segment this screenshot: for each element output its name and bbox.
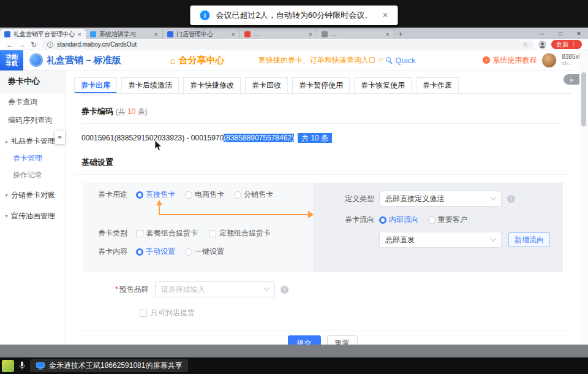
browser-profile-icon[interactable] (538, 40, 546, 48)
radio-icon (185, 191, 192, 199)
toast-close-icon[interactable]: × (382, 10, 388, 21)
define-type-select[interactable]: 总部直接定义激活 (379, 191, 502, 207)
sidebar-item-card-management[interactable]: 券卡管理 (0, 150, 65, 167)
tab-card-suspend[interactable]: 券卡暂停使用 (292, 77, 350, 93)
tab-title: 系统培训学习 (99, 30, 151, 39)
sidebar-group-label: 宣传油画管理 (11, 211, 55, 221)
quick-search-link[interactable]: Quick (386, 56, 415, 65)
browser-tab[interactable]: 系统培训学习 × (86, 29, 163, 39)
presale-brand-select[interactable]: 请选择或输入 (155, 281, 275, 297)
reload-button[interactable]: ↻ (31, 41, 37, 48)
radio-internal-flow[interactable]: 内部流向 (379, 215, 418, 225)
minimize-button[interactable]: ─ (533, 28, 551, 39)
tab-card-activate[interactable]: 券卡后续激活 (121, 77, 179, 93)
tab-card-quick-edit[interactable]: 券卡快捷修改 (183, 77, 241, 93)
new-tab-button[interactable]: + (394, 29, 407, 39)
chevron-down-icon (491, 194, 497, 200)
info-icon: i (200, 10, 209, 20)
tab-close-icon[interactable]: × (78, 31, 81, 38)
back-button[interactable]: ← (6, 41, 13, 48)
sidebar-collapse-handle[interactable]: ≡ (55, 131, 65, 144)
site-info-icon[interactable]: i (47, 42, 53, 48)
mouse-cursor (154, 140, 162, 151)
tab-card-recycle[interactable]: 券卡回收 (245, 77, 288, 93)
add-flow-button[interactable]: 新增流向 (508, 232, 550, 247)
tab-favicon (4, 31, 10, 37)
checkbox-fixed-combo-card[interactable]: 定额组合提货卡 (209, 228, 271, 239)
define-type-label: 定义类型 (345, 194, 374, 204)
presale-brand-label: 预售品牌 (119, 284, 149, 295)
radio-label: 分销售卡 (244, 189, 273, 200)
divider (74, 174, 571, 175)
radio-one-click-setup[interactable]: 一键设置 (185, 246, 224, 257)
tab-title: … (331, 31, 383, 37)
search-icon (386, 57, 393, 64)
chrome-update-button[interactable]: 更新 ⋮ (551, 40, 582, 49)
radio-icon (379, 216, 386, 224)
tab-close-icon[interactable]: × (154, 31, 158, 38)
radio-label: 电商售卡 (195, 189, 224, 200)
checkbox-icon (136, 230, 143, 237)
panel-collapse-button[interactable]: » (564, 74, 579, 85)
tab-card-restore[interactable]: 券卡恢复使用 (354, 77, 412, 93)
tab-close-icon[interactable]: × (232, 31, 235, 38)
microphone-icon[interactable] (19, 361, 25, 370)
sidebar-item-operation-log[interactable]: 操作记录 (0, 167, 65, 183)
divider (74, 330, 571, 330)
function-nav-button[interactable]: 功能 导航 (0, 50, 23, 71)
tab-close-icon[interactable]: × (386, 31, 390, 38)
brand: 礼盒营销 – 标准版 (29, 53, 121, 67)
window-controls: ─ □ ✕ (533, 28, 588, 39)
scrollbar-thumb[interactable] (581, 72, 586, 126)
browser-tab[interactable]: 门店管理中心 × (163, 29, 240, 39)
info-icon[interactable]: i (507, 195, 515, 203)
forward-button[interactable]: → (18, 41, 26, 48)
radio-direct-sale[interactable]: 直接售卡 (136, 189, 175, 200)
browser-menu-icon[interactable]: ⋮ (571, 41, 577, 48)
radio-distribution-sale[interactable]: 分销售卡 (234, 189, 273, 200)
brand-name: 礼盒营销 – 标准版 (47, 55, 121, 66)
url-bar[interactable]: i standard.maboy.cn/CardsOut ☆ (42, 40, 533, 49)
brand-logo-icon (29, 53, 43, 67)
sidebar-item-code-sequence-query[interactable]: 编码序列查询 (0, 111, 65, 129)
browser-tab-active[interactable]: 礼盒营销平台管理中心 × (0, 29, 86, 39)
main-content: » 券卡出库 券卡后续激活 券卡快捷修改 券卡回收 券卡暂停使用 券卡恢复使用 … (66, 71, 579, 345)
browser-tab[interactable]: … × (317, 29, 394, 39)
tab-close-icon[interactable]: × (309, 31, 312, 38)
maximize-button[interactable]: □ (551, 28, 570, 39)
flow-label: 券卡流向 (345, 215, 374, 225)
chevron-down-icon (491, 235, 497, 241)
quick-label: Quick (395, 56, 415, 65)
card-action-tabs: 券卡出库 券卡后续激活 券卡快捷修改 券卡回收 券卡暂停使用 券卡恢复使用 券卡… (74, 77, 571, 94)
tab-card-void[interactable]: 券卡作废 (416, 77, 459, 93)
checkbox-label: 定额组合提货卡 (219, 228, 271, 239)
tab-favicon (244, 31, 251, 37)
share-center-link[interactable]: ⌂ 合分享中心 (170, 55, 225, 66)
checkbox-combo-pickup-card[interactable]: 套餐组合提货卡 (136, 228, 198, 239)
browser-tab[interactable]: … × (240, 29, 317, 39)
user-avatar[interactable] (541, 53, 557, 68)
radio-manual-setup[interactable]: 手动设置 (136, 246, 175, 257)
radio-label: 内部流向 (389, 215, 418, 225)
browser-tab-strip: 礼盒营销平台管理中心 × 系统培训学习 × 门店管理中心 × … × … × +… (0, 28, 588, 39)
radio-important-customer[interactable]: 重要客户 (428, 215, 467, 225)
sidebar-item-card-query[interactable]: 券卡查询 (0, 93, 65, 111)
sidebar-group-promo-material[interactable]: ▼ 宣传油画管理 (0, 207, 65, 225)
radio-icon (136, 191, 143, 199)
info-icon[interactable]: i (281, 286, 288, 294)
radio-icon (185, 248, 192, 256)
page-bottom-gutter (0, 345, 588, 357)
checkbox-icon[interactable] (140, 310, 147, 317)
sidebar-group-distribution-reconcile[interactable]: ▼ 分销券卡对账 (0, 186, 65, 204)
sidebar-title: 券卡中心 (0, 71, 65, 93)
close-window-button[interactable]: ✕ (570, 28, 588, 39)
bookmark-star-icon[interactable]: ☆ (522, 41, 528, 48)
promo-text: 更快捷的券卡、订单和快递查询入口 (258, 55, 376, 66)
radio-ecommerce-sale[interactable]: 电商售卡 (185, 189, 224, 200)
tab-card-outbound[interactable]: 券卡出库 (74, 77, 117, 93)
tab-favicon (322, 31, 328, 37)
tutorial-link[interactable]: ! 系统使用教程 (483, 55, 537, 66)
flow-select[interactable]: 总部直发 (379, 232, 502, 248)
left-settings-panel: 券卡用途 直接售卡 电商售卡 分销售卡 券卡类别 套餐组合提货 (83, 183, 313, 272)
pointing-hand-icon: ☞ (377, 55, 385, 65)
